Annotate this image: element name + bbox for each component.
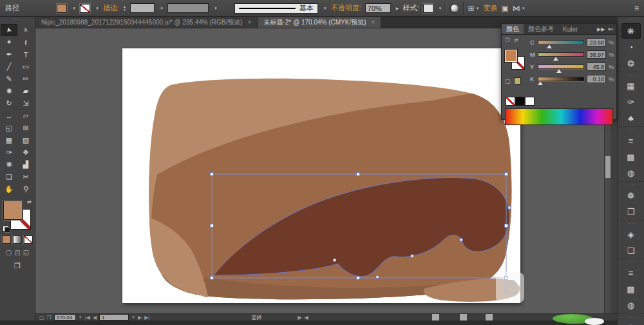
draw-normal-icon[interactable]: ▢ (6, 249, 12, 256)
free-transform-tool[interactable]: ▱ (17, 110, 34, 122)
panel-expand-icon[interactable]: ▶▶ (597, 26, 605, 32)
fill-proxy[interactable] (505, 50, 517, 62)
hscroll-thumb[interactable] (432, 314, 439, 320)
shape-builder-tool[interactable]: ◱ (1, 122, 17, 134)
yellow-slider-thumb[interactable] (556, 69, 562, 73)
selection-handle[interactable] (505, 173, 508, 176)
dock-group-grip[interactable]: ····· (618, 181, 644, 187)
direct-selection-tool[interactable]: ➢ (17, 24, 34, 36)
stroke-width-dropdown-arrow[interactable]: ▼ (160, 6, 164, 10)
zoom-dropdown-arrow[interactable]: ▼ (79, 315, 82, 319)
prev-artboard-button[interactable]: ◀ (93, 315, 97, 320)
blend-tool[interactable]: ❖ (17, 146, 34, 159)
gradient-icon[interactable]: ▩ (621, 149, 641, 164)
selection-handle[interactable] (211, 173, 214, 176)
gradient-icon-2[interactable]: ▩ (621, 281, 641, 297)
slice-tool[interactable]: ✂ (17, 171, 34, 183)
shape-mode-dropdown[interactable]: ⋈ ▼ (513, 4, 526, 13)
tab-color[interactable]: 颜色 (502, 24, 524, 34)
cyan-slider-thumb[interactable] (547, 44, 552, 48)
column-graph-tool[interactable]: ▟ (17, 159, 34, 171)
anchor-point[interactable] (460, 239, 462, 241)
artwork[interactable] (122, 48, 520, 303)
stepper-down-icon[interactable]: ▼ (123, 8, 126, 12)
stroke-icon-2[interactable]: ≡ (621, 265, 641, 281)
style-dropdown-arrow[interactable]: ▼ (439, 6, 442, 10)
zoom-tool[interactable]: ⚲ (17, 183, 34, 195)
stroke-link[interactable]: 描边: (103, 3, 119, 13)
magic-wand-tool[interactable]: ✦ (1, 36, 17, 48)
selection-handle[interactable] (211, 224, 214, 228)
eraser-tool[interactable]: ▰ (17, 85, 34, 97)
selection-handle[interactable] (211, 277, 214, 280)
line-segment-tool[interactable]: ╱ (1, 61, 17, 73)
fill-dropdown-arrow[interactable]: ▼ (72, 6, 76, 10)
status-expand-arrow[interactable]: ▶ (298, 315, 301, 320)
fill-proxy-swatch[interactable] (3, 201, 23, 220)
appearance-icon[interactable]: ❁ (621, 188, 641, 203)
rotate-tool[interactable]: ↻ (1, 97, 17, 110)
recolor-artwork-icon[interactable]: ❂ (621, 55, 641, 71)
mesh-tool[interactable]: ▦ (1, 134, 17, 146)
stroke-dropdown-arrow[interactable]: ▼ (95, 6, 99, 10)
dock-group-grip[interactable]: ····· (618, 126, 644, 132)
tab-color-guide[interactable]: 颜色参考 (524, 24, 558, 34)
opacity-field[interactable]: 70% (365, 3, 391, 13)
first-artboard-button[interactable]: |◀ (85, 315, 90, 320)
color-button[interactable] (2, 235, 11, 244)
align-dropdown[interactable]: ⊞ ▼ (468, 4, 479, 13)
transform-link[interactable]: 变换 (484, 3, 498, 13)
artboard-number-field[interactable]: 1 (99, 314, 129, 320)
magenta-slider-thumb[interactable] (553, 57, 558, 61)
eyedropper-tool[interactable]: ✑ (1, 146, 17, 159)
dock-group-grip[interactable]: ····· (618, 72, 644, 77)
web-safe-swatch[interactable] (514, 77, 521, 84)
panel-resize-grip[interactable]: ····· (502, 117, 616, 120)
scale-tool[interactable]: ⇲ (17, 97, 34, 110)
gradient-tool[interactable]: ▧ (17, 134, 34, 146)
align-dropdown-arrow[interactable]: ▼ (476, 6, 480, 10)
artboard-dropdown-arrow[interactable]: ▼ (131, 315, 135, 319)
opacity-stepper-arrow[interactable]: ▶ (396, 6, 399, 10)
tools-panel-grip[interactable]: ····· (0, 17, 35, 24)
type-tool[interactable]: T (17, 48, 34, 61)
brushes-icon[interactable]: ✑ (621, 94, 641, 110)
blob-brush-tool[interactable]: ✺ (1, 85, 17, 97)
style-swatch[interactable] (423, 4, 433, 13)
paintbrush-tool[interactable]: ✎ (1, 73, 17, 85)
hscroll-thumb[interactable] (460, 314, 467, 320)
copy-color-icon[interactable]: ❐ (505, 37, 509, 43)
color-panel-icon[interactable]: ❋ (621, 23, 641, 39)
fill-color-swatch[interactable] (57, 4, 67, 13)
export-status-icon[interactable]: ❐ (47, 315, 52, 320)
tab-kuler[interactable]: Kuler (558, 24, 582, 34)
none-button[interactable] (24, 235, 33, 244)
white-swatch[interactable] (525, 97, 535, 106)
dock-group-grip[interactable]: ····· (618, 313, 644, 319)
selection-handle[interactable] (505, 224, 508, 228)
yellow-slider-track[interactable] (538, 64, 584, 69)
hscroll-left-arrow[interactable]: ◀ (305, 315, 308, 320)
free-transform-button[interactable]: ▣ (502, 4, 509, 13)
swap-fill-stroke-icon[interactable]: ⇄ (27, 199, 32, 205)
swap-colors-icon[interactable]: ⇄ (514, 37, 518, 43)
magenta-slider-track[interactable] (538, 52, 584, 57)
stroke-width-stepper[interactable]: ▲ ▼ (123, 5, 126, 12)
pencil-tool[interactable]: ✏ (17, 73, 34, 85)
selection-tool[interactable]: ➤ (1, 24, 17, 36)
swatches-icon[interactable]: ▦ (621, 78, 641, 94)
magenta-slider-value[interactable]: 38.97 (587, 50, 606, 59)
yellow-slider-value[interactable]: 45.8 (587, 63, 606, 71)
cyan-slider-value[interactable]: 23.68 (587, 38, 606, 46)
brush-dropdown-arrow[interactable]: ▼ (323, 6, 327, 10)
transparency-icon-2[interactable]: ◍ (621, 297, 641, 313)
width-profile-dropdown-arrow[interactable]: ▼ (214, 6, 218, 10)
last-artboard-button[interactable]: ▶| (144, 315, 149, 320)
brush-definition-dropdown[interactable]: 基本 (234, 3, 318, 14)
anchor-point[interactable] (334, 259, 336, 262)
anchor-point[interactable] (508, 206, 511, 209)
document-tab-1[interactable]: Nipic_20180988_20171229150344445000.ai* … (35, 17, 258, 28)
selection-handle[interactable] (357, 173, 360, 176)
symbols-icon[interactable]: ♣ (621, 110, 641, 126)
recolor-artwork-button[interactable] (450, 4, 459, 13)
